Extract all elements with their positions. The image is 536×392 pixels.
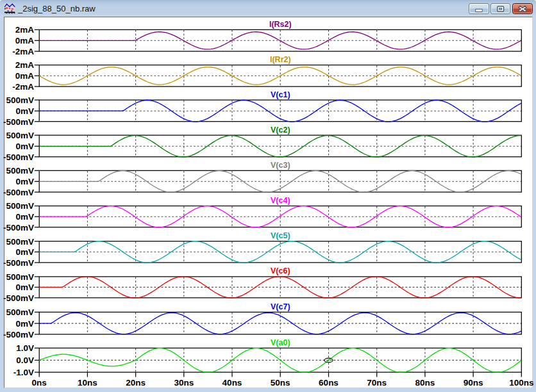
svg-text:40ns: 40ns — [222, 378, 242, 388]
svg-text:500mV: 500mV — [6, 307, 34, 317]
svg-text:30ns: 30ns — [174, 378, 194, 388]
svg-text:80ns: 80ns — [415, 378, 435, 388]
svg-text:0mV: 0mV — [15, 177, 34, 186]
svg-text:I(Rr2): I(Rr2) — [270, 55, 291, 64]
svg-text:-500mV: -500mV — [3, 330, 34, 339]
svg-text:-500mV: -500mV — [3, 258, 34, 268]
svg-text:-1.0V: -1.0V — [13, 368, 34, 377]
svg-text:2mA: 2mA — [15, 25, 35, 35]
svg-text:500mV: 500mV — [6, 201, 34, 211]
svg-text:0mA: 0mA — [15, 36, 35, 45]
svg-text:500mV: 500mV — [6, 95, 34, 105]
svg-text:0mV: 0mV — [15, 319, 34, 329]
svg-text:-500mV: -500mV — [3, 117, 34, 127]
svg-text:V(c1): V(c1) — [271, 90, 290, 99]
svg-text:100ns: 100ns — [509, 378, 533, 388]
svg-text:1.0V: 1.0V — [16, 343, 34, 353]
svg-text:I(Rs2): I(Rs2) — [269, 20, 292, 29]
svg-text:-500mV: -500mV — [3, 223, 34, 233]
svg-text:0mV: 0mV — [15, 106, 34, 116]
svg-text:0ns: 0ns — [32, 378, 47, 388]
svg-text:0mV: 0mV — [15, 247, 34, 257]
svg-text:0mV: 0mV — [15, 142, 34, 151]
svg-text:0mV: 0mV — [15, 282, 34, 292]
svg-text:0mV: 0mV — [15, 212, 34, 222]
svg-text:500mV: 500mV — [6, 272, 34, 282]
svg-text:V(a0): V(a0) — [271, 338, 290, 347]
svg-text:500mV: 500mV — [6, 166, 34, 176]
svg-text:60ns: 60ns — [319, 378, 339, 388]
svg-text:-500mV: -500mV — [3, 152, 34, 162]
svg-text:0.0V: 0.0V — [16, 355, 34, 365]
svg-text:V(c6): V(c6) — [271, 266, 290, 275]
svg-text:-2mA: -2mA — [12, 47, 34, 56]
svg-text:50ns: 50ns — [271, 378, 290, 388]
svg-text:500mV: 500mV — [6, 237, 34, 247]
svg-text:500mV: 500mV — [6, 131, 34, 140]
svg-text:70ns: 70ns — [367, 378, 387, 388]
svg-text:V(c7): V(c7) — [271, 302, 290, 311]
svg-text:0mA: 0mA — [15, 71, 35, 81]
svg-text:V(c3): V(c3) — [271, 161, 290, 170]
svg-text:20ns: 20ns — [126, 378, 146, 388]
svg-text:10ns: 10ns — [78, 378, 97, 388]
svg-text:V(c2): V(c2) — [271, 126, 290, 135]
svg-text:-500mV: -500mV — [3, 293, 34, 303]
svg-text:-500mV: -500mV — [3, 188, 34, 197]
svg-text:V(c4): V(c4) — [271, 196, 290, 205]
svg-text:2mA: 2mA — [15, 60, 35, 70]
svg-text:90ns: 90ns — [464, 378, 483, 388]
svg-text:-2mA: -2mA — [12, 82, 34, 92]
svg-text:V(c5): V(c5) — [271, 231, 290, 240]
